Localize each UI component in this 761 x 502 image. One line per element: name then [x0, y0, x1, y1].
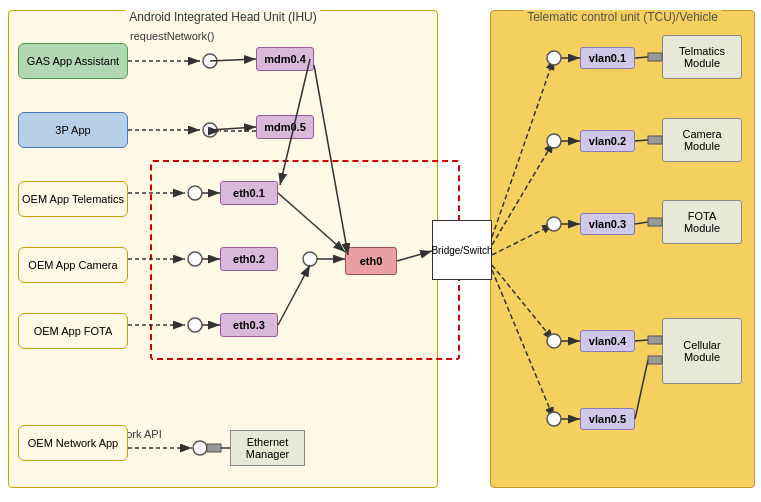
vlan01-port: vlan0.1 [580, 47, 635, 69]
mdm05-port: mdm0.5 [256, 115, 314, 139]
vlan03-port: vlan0.3 [580, 213, 635, 235]
dashed-red-border [150, 160, 460, 360]
eth01-port: eth0.1 [220, 181, 278, 205]
ethernet-manager: Ethernet Manager [230, 430, 305, 466]
eth03-port: eth0.3 [220, 313, 278, 337]
fota-module: FOTA Module [662, 200, 742, 244]
vlan05-port: vlan0.5 [580, 408, 635, 430]
cellular-module: Cellular Module [662, 318, 742, 384]
eth0-port: eth0 [345, 247, 397, 275]
diagram-container: Android Integrated Head Unit (IHU) Telem… [0, 0, 761, 502]
oem-fota-box: OEM App FOTA [18, 313, 128, 349]
mdm04-port: mdm0.4 [256, 47, 314, 71]
telmatics-module: Telmatics Module [662, 35, 742, 79]
bridge-switch: Bridge/Switch [432, 220, 492, 280]
request-network-label: requestNetwork() [130, 30, 214, 42]
ihu-label: Android Integrated Head Unit (IHU) [125, 10, 320, 24]
oem-network-box: OEM Network App [18, 425, 128, 461]
oem-telematics-box: OEM App Telematics [18, 181, 128, 217]
oem-camera-box: OEM App Camera [18, 247, 128, 283]
camera-module: Camera Module [662, 118, 742, 162]
eth02-port: eth0.2 [220, 247, 278, 271]
gas-app-box: GAS App Assistant [18, 43, 128, 79]
3p-app-box: 3P App [18, 112, 128, 148]
vlan04-port: vlan0.4 [580, 330, 635, 352]
tcu-label: Telematic control unit (TCU)/Vehicle [523, 10, 722, 24]
vlan02-port: vlan0.2 [580, 130, 635, 152]
